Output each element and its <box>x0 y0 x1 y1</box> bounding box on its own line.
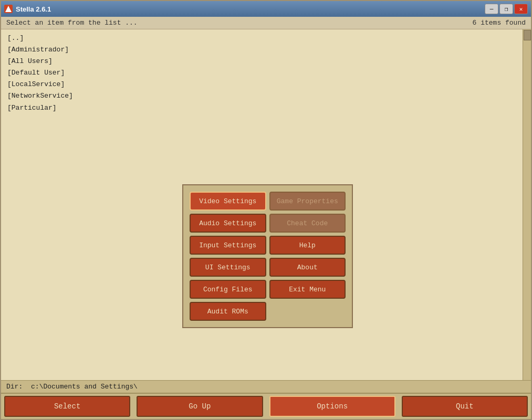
options-button[interactable]: Options <box>269 396 395 417</box>
minimize-button[interactable]: — <box>485 4 498 14</box>
dir-label: Dir: <box>6 383 23 391</box>
options-popup: Video Settings Game Properties Audio Set… <box>182 184 353 328</box>
about-button[interactable]: About <box>269 258 346 277</box>
list-prompt: Select an item from the list ... <box>6 19 138 27</box>
quit-button[interactable]: Quit <box>402 396 528 417</box>
select-button[interactable]: Select <box>4 396 130 417</box>
audio-settings-button[interactable]: Audio Settings <box>190 214 266 233</box>
close-button[interactable]: ✕ <box>514 4 528 14</box>
items-found: 6 items found <box>473 19 526 27</box>
list-item[interactable]: [LocalService] <box>6 79 526 90</box>
list-item[interactable]: [Default User] <box>6 67 526 79</box>
input-settings-button[interactable]: Input Settings <box>190 236 266 255</box>
main-content-area: [..] [Administrador] [All Users] [Defaul… <box>1 29 531 380</box>
video-settings-button[interactable]: Video Settings <box>190 192 266 211</box>
window-title: Stella 2.6.1 <box>16 5 51 13</box>
scrollbar[interactable] <box>523 29 531 380</box>
list-item[interactable]: [NetworkService] <box>6 90 526 102</box>
file-list: [..] [Administrador] [All Users] [Defaul… <box>1 29 531 117</box>
list-item[interactable]: [Particular] <box>6 102 526 114</box>
title-controls: — ❐ ✕ <box>485 4 528 14</box>
main-window: Stella 2.6.1 — ❐ ✕ Select an item from t… <box>0 0 532 420</box>
title-bar-left: Stella 2.6.1 <box>4 5 51 13</box>
config-files-button[interactable]: Config Files <box>190 280 266 299</box>
ui-settings-button[interactable]: UI Settings <box>190 258 266 277</box>
dir-path: c:\Documents and Settings\ <box>31 383 138 391</box>
cheat-code-button[interactable]: Cheat Code <box>269 214 346 233</box>
empty-cell <box>269 302 346 321</box>
game-properties-button[interactable]: Game Properties <box>269 192 346 211</box>
exit-menu-button[interactable]: Exit Menu <box>269 280 346 299</box>
options-grid: Video Settings Game Properties Audio Set… <box>190 192 346 321</box>
status-bottom-bar: Dir: c:\Documents and Settings\ <box>1 380 531 393</box>
app-icon <box>4 5 13 13</box>
go-up-button[interactable]: Go Up <box>137 396 263 417</box>
list-item[interactable]: [Administrador] <box>6 44 526 56</box>
list-item[interactable]: [All Users] <box>6 56 526 67</box>
bottom-bar: Select Go Up Options Quit <box>1 393 531 419</box>
list-item[interactable]: [..] <box>6 33 526 44</box>
audit-roms-button[interactable]: Audit ROMs <box>190 302 266 321</box>
scrollbar-thumb[interactable] <box>524 30 531 40</box>
svg-marker-0 <box>5 6 12 12</box>
title-bar: Stella 2.6.1 — ❐ ✕ <box>1 1 531 17</box>
help-button[interactable]: Help <box>269 236 346 255</box>
status-top-bar: Select an item from the list ... 6 items… <box>1 17 531 29</box>
restore-button[interactable]: ❐ <box>499 4 513 14</box>
